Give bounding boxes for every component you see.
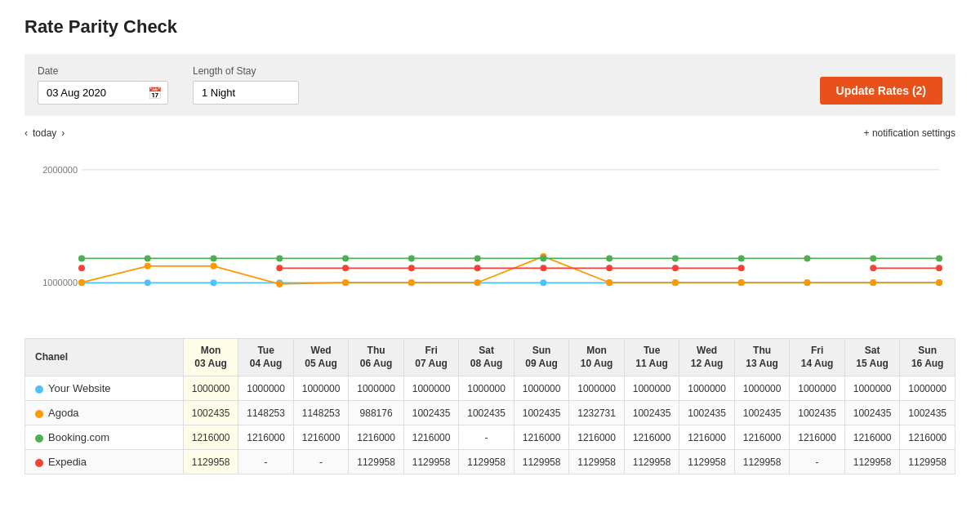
svg-point-83 <box>738 255 745 261</box>
prev-nav[interactable]: ‹ <box>24 127 28 139</box>
svg-point-54 <box>606 279 612 286</box>
col-header-sat15: Sat15 Aug <box>844 339 900 376</box>
svg-point-102 <box>672 265 679 271</box>
svg-point-81 <box>606 255 612 261</box>
rate-cell: 1002435 <box>624 401 679 425</box>
svg-point-48 <box>211 263 217 269</box>
notification-settings-link[interactable]: + notification settings <box>864 127 956 139</box>
col-header-thu06: Thu06 Aug <box>349 339 404 376</box>
table-row: Booking.com12160001216000121600012160001… <box>25 425 956 450</box>
channel-dot <box>35 434 43 443</box>
date-label: Date <box>38 65 168 77</box>
col-header-tue04: Tue04 Aug <box>238 339 294 376</box>
col-header-sun16: Sun16 Aug <box>900 339 956 376</box>
col-header-tue11: Tue11 Aug <box>624 339 679 376</box>
rate-cell: 1148253 <box>293 401 349 425</box>
svg-line-40 <box>543 256 609 283</box>
rate-cell: - <box>238 450 294 474</box>
rate-cell: 1000000 <box>238 376 294 401</box>
rate-cell: 1002435 <box>183 401 238 425</box>
rate-cell: 1000000 <box>844 376 900 401</box>
svg-point-86 <box>936 255 942 261</box>
rate-cell: 1000000 <box>679 376 735 401</box>
rate-cell: 1002435 <box>734 401 790 425</box>
col-header-wed12: Wed12 Aug <box>679 339 735 376</box>
rate-cell: 1002435 <box>679 401 735 425</box>
rate-cell: 1216000 <box>238 425 294 450</box>
rate-cell: 1000000 <box>734 376 790 401</box>
svg-point-52 <box>474 279 481 286</box>
rate-cell: 1129958 <box>569 450 625 474</box>
rate-cell: 1000000 <box>293 376 349 401</box>
col-header-thu13: Thu13 Aug <box>734 339 790 376</box>
next-nav[interactable]: › <box>61 127 65 139</box>
rate-cell: 1000000 <box>624 376 679 401</box>
col-header-mon03: Mon03 Aug <box>183 339 238 376</box>
svg-point-82 <box>672 255 679 261</box>
svg-text:2000000: 2000000 <box>42 165 78 175</box>
svg-point-49 <box>276 281 283 287</box>
rate-cell: 1129958 <box>183 450 238 474</box>
svg-point-96 <box>276 265 283 271</box>
rate-cell: 1129958 <box>459 450 514 474</box>
svg-point-57 <box>804 279 810 286</box>
svg-point-98 <box>408 265 415 271</box>
svg-point-97 <box>342 265 349 271</box>
date-input-wrap: 📅 <box>38 81 168 105</box>
chart-area: 200000010000000 <box>24 142 956 330</box>
channel-dot <box>35 385 43 394</box>
col-header-mon10: Mon10 Aug <box>569 339 625 376</box>
rate-cell: 1002435 <box>844 401 900 425</box>
rate-cell: 1216000 <box>569 425 625 450</box>
svg-point-85 <box>870 255 876 261</box>
page-title: Rate Parity Check <box>24 16 956 38</box>
today-nav[interactable]: today <box>33 127 56 139</box>
length-label: Length of Stay <box>193 65 299 77</box>
rate-cell: - <box>293 450 349 474</box>
svg-point-73 <box>78 255 85 261</box>
rate-cell: 1216000 <box>900 425 956 450</box>
svg-point-80 <box>540 255 546 261</box>
rate-cell: 1216000 <box>183 425 238 450</box>
rate-cell: 1000000 <box>349 376 404 401</box>
rate-cell: 1216000 <box>514 425 569 450</box>
rate-cell: 1129958 <box>844 450 900 474</box>
rate-cell: 1216000 <box>624 425 679 450</box>
svg-point-99 <box>474 265 481 271</box>
date-input[interactable] <box>38 81 168 105</box>
rate-cell: 1000000 <box>569 376 625 401</box>
rate-cell: 1216000 <box>844 425 900 450</box>
rate-cell: 1000000 <box>900 376 956 401</box>
rate-cell: 1129958 <box>624 450 679 474</box>
rate-cell: - <box>790 450 845 474</box>
svg-point-58 <box>870 279 876 286</box>
rate-cell: 1002435 <box>514 401 569 425</box>
rate-cell: 1129958 <box>900 450 956 474</box>
table-row: Expedia1129958--112995811299581129958112… <box>25 450 956 474</box>
channel-name-cell: Your Website <box>25 376 184 401</box>
svg-point-47 <box>145 263 151 269</box>
rate-cell: 1002435 <box>403 401 459 425</box>
rate-cell: 1216000 <box>734 425 790 450</box>
rate-cell: 1216000 <box>349 425 404 450</box>
svg-point-55 <box>672 279 679 286</box>
svg-point-105 <box>936 265 942 271</box>
rate-cell: 1002435 <box>790 401 845 425</box>
svg-point-46 <box>78 279 85 286</box>
update-rates-button[interactable]: Update Rates (2) <box>820 77 942 105</box>
svg-point-75 <box>211 255 217 261</box>
rates-table-wrap: ChanelMon03 AugTue04 AugWed05 AugThu06 A… <box>24 338 956 474</box>
rate-cell: 1000000 <box>514 376 569 401</box>
svg-point-20 <box>145 279 151 286</box>
svg-line-33 <box>82 266 148 283</box>
svg-point-26 <box>540 279 546 286</box>
rate-cell: 1129958 <box>734 450 790 474</box>
col-header-fri14: Fri14 Aug <box>790 339 845 376</box>
svg-point-79 <box>474 255 481 261</box>
rates-table: ChanelMon03 AugTue04 AugWed05 AugThu06 A… <box>24 338 956 474</box>
svg-point-84 <box>804 255 810 261</box>
length-input[interactable] <box>193 81 299 105</box>
col-header-sun09: Sun09 Aug <box>514 339 569 376</box>
col-header-sat08: Sat08 Aug <box>459 339 514 376</box>
col-header-channel: Chanel <box>25 339 184 376</box>
